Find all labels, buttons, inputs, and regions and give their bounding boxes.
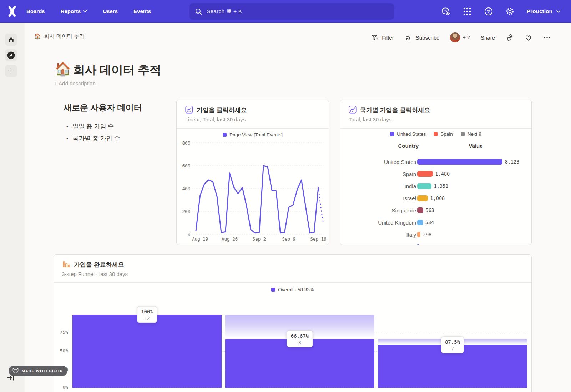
divider [54, 282, 531, 283]
apps-grid-icon[interactable] [463, 7, 472, 16]
page-title: 회사 데이터 추적 [73, 62, 161, 78]
avatar[interactable] [450, 32, 460, 42]
country-bar[interactable] [417, 159, 502, 165]
legend-swatch [461, 132, 465, 136]
copy-link-button[interactable] [506, 34, 514, 41]
data-management-icon[interactable] [441, 7, 450, 16]
nav-boards[interactable]: Boards [26, 8, 45, 14]
step-conversion-pct: 66.67% [291, 333, 309, 339]
legend-item[interactable]: Spain [434, 131, 453, 137]
filter-icon [371, 34, 379, 41]
country-value: 1,480 [435, 171, 450, 177]
column-header-country: Country [376, 143, 419, 149]
y-tick-label: 200 [182, 209, 190, 214]
nav-users[interactable]: Users [103, 8, 118, 14]
country-row[interactable]: India1,351 [340, 180, 531, 192]
settings-gear-icon[interactable] [505, 7, 515, 16]
card-subtitle: Total, last 30 days [349, 116, 391, 122]
country-bar[interactable] [417, 220, 423, 225]
legend-label: Next 9 [468, 131, 481, 137]
step-count: 8 [291, 340, 309, 345]
divider [340, 128, 531, 129]
line-chart-plot[interactable]: 8006004002000Aug 19Aug 26Sep 2Sep 9Sep 1… [177, 100, 329, 245]
line-series[interactable] [196, 166, 318, 233]
line-chart-card: 가입을 클릭하세요 Linear, Total, last 30 days Pa… [176, 100, 329, 245]
funnel-bar[interactable] [72, 315, 222, 388]
filter-button[interactable]: Filter [371, 34, 394, 41]
country-bar[interactable] [417, 244, 419, 245]
card-title[interactable]: 국가별 가입을 클릭하세요 [360, 106, 430, 114]
insights-report-icon [349, 106, 357, 114]
nav-events[interactable]: Events [133, 8, 151, 14]
legend-swatch [271, 288, 275, 292]
funnel-step-tooltip: 100%12 [137, 306, 157, 323]
collaborator-count: + 2 [463, 35, 470, 40]
funnel-y-tick-label: 50% [54, 348, 68, 353]
step-count: 7 [445, 346, 460, 351]
country-row[interactable]: Canada [340, 241, 531, 245]
project-switcher[interactable]: Prouction [527, 8, 560, 15]
heart-icon [524, 34, 532, 42]
subscribe-rss-icon [405, 34, 413, 41]
add-description-button[interactable]: + Add description... [54, 80, 100, 86]
funnel-plot[interactable]: 100%1266.67%887.5%7 [72, 315, 527, 388]
funnel-legend: Overall · 58.33% [54, 287, 531, 292]
gifox-badge[interactable]: MADE WITH GIFOX [9, 366, 67, 376]
legend-item[interactable]: United States [390, 131, 426, 137]
y-tick-label: 0 [187, 232, 190, 237]
country-row[interactable]: United States8,123 [340, 156, 531, 168]
country-bar[interactable] [417, 195, 428, 201]
search-input[interactable]: Search ⌘ + K [189, 3, 394, 20]
y-tick-label: 400 [182, 186, 190, 191]
step-count: 12 [141, 316, 153, 321]
funnel-y-tick-label: 0% [54, 385, 68, 390]
country-row[interactable]: Spain1,480 [340, 168, 531, 180]
country-bar[interactable] [417, 232, 420, 237]
intro-bullet: 일일 총 가입 수 [66, 122, 120, 130]
card-title[interactable]: 가입을 완료하세요 [74, 261, 124, 269]
more-menu-button[interactable] [543, 34, 551, 41]
country-row[interactable]: Italy298 [340, 228, 531, 241]
country-label: Canada [340, 244, 416, 245]
plus-icon[interactable] [5, 65, 17, 77]
card-subtitle: 3-step Funnel · last 30 days [62, 271, 128, 277]
legend-label: Overall · 58.33% [278, 287, 314, 292]
country-row[interactable]: Singapore563 [340, 204, 531, 216]
country-bar[interactable] [417, 183, 431, 189]
favorite-button[interactable] [524, 34, 532, 42]
left-sidebar [0, 23, 25, 392]
help-icon[interactable]: ? [484, 7, 493, 16]
country-label: Italy [340, 232, 416, 238]
subscribe-label: Subscribe [416, 35, 440, 41]
legend-item[interactable]: Overall · 58.33% [271, 287, 314, 292]
country-row[interactable]: United Kingdom534 [340, 216, 531, 228]
project-name: Prouction [527, 8, 552, 15]
collaborators[interactable]: + 2 [450, 32, 470, 42]
country-value: 563 [426, 207, 434, 213]
subscribe-button[interactable]: Subscribe [405, 34, 440, 41]
breadcrumb[interactable]: 🏠 회사 데이터 추적 [34, 33, 85, 40]
country-bar[interactable] [417, 171, 433, 177]
search-icon [195, 8, 202, 15]
chevron-down-icon [556, 10, 560, 13]
legend-label: United States [397, 131, 426, 137]
compass-icon[interactable] [5, 49, 17, 61]
legend-item[interactable]: Next 9 [461, 131, 481, 137]
country-row[interactable]: Israel1,008 [340, 192, 531, 204]
link-icon [506, 34, 514, 41]
legend-swatch [390, 132, 394, 136]
mixpanel-logo-icon[interactable] [7, 6, 17, 17]
top-navbar: Boards Reports Users Events Search ⌘ + K [0, 0, 571, 23]
country-value: 534 [425, 220, 434, 225]
country-label: Israel [340, 195, 416, 201]
nav-reports[interactable]: Reports [61, 8, 87, 14]
y-tick-label: 600 [182, 163, 190, 169]
gridline [72, 388, 527, 388]
home-icon[interactable] [5, 34, 17, 46]
country-bar[interactable] [417, 207, 423, 213]
y-tick-label: 800 [182, 140, 190, 146]
x-tick-label: Sep 9 [282, 236, 295, 242]
share-button[interactable]: Share [481, 35, 495, 41]
x-tick-label: Aug 19 [192, 236, 208, 242]
country-label: India [340, 183, 416, 189]
